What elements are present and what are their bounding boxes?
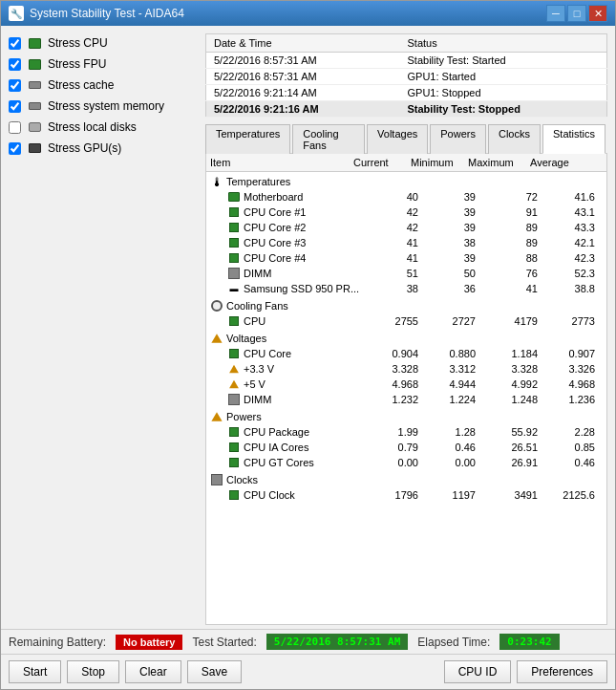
cpu-core-3-cell: CPU Core #3	[210, 236, 369, 249]
row-3v3: +3.3 V 3.328 3.312 3.328 3.326	[206, 361, 606, 377]
stop-button[interactable]: Stop	[67, 660, 119, 683]
stress-cache-checkbox[interactable]	[9, 79, 21, 92]
category-temperatures-label: Temperatures	[226, 176, 290, 187]
memory-icon	[27, 98, 42, 114]
tab-statistics[interactable]: Statistics	[542, 124, 605, 154]
powers-cell: Powers	[210, 410, 369, 423]
cpu-core-1-cell: CPU Core #1	[210, 205, 369, 219]
stress-gpu-checkbox[interactable]	[9, 142, 21, 155]
cpu-package-cell: CPU Package	[210, 425, 369, 439]
header-item: Item	[210, 157, 353, 168]
stress-fpu-checkbox[interactable]	[9, 58, 21, 71]
log-datetime-4: 5/22/2016 9:21:16 AM	[206, 101, 400, 118]
checkbox-stress-fpu: Stress FPU	[9, 54, 194, 74]
main-content: Stress CPU Stress FPU Stress cache Stres…	[1, 26, 615, 629]
preferences-button[interactable]: Preferences	[517, 660, 607, 683]
stress-cpu-label: Stress CPU	[48, 36, 108, 50]
log-row: 5/22/2016 8:57:31 AM Stability Test: Sta…	[206, 53, 607, 69]
row-dimm-voltage: DIMM 1.232 1.224 1.248 1.236	[206, 392, 606, 407]
tab-clocks[interactable]: Clocks	[488, 124, 541, 154]
row-cpu-fan: CPU 2755 2727 4179 2773	[206, 313, 606, 329]
cpu-core-voltage-icon	[227, 347, 241, 360]
category-powers: Powers	[206, 407, 606, 424]
left-panel: Stress CPU Stress FPU Stress cache Stres…	[1, 26, 202, 629]
checkbox-stress-cpu: Stress CPU	[9, 33, 194, 53]
cpu-core-4-cell: CPU Core #4	[210, 251, 369, 265]
maximize-button[interactable]: □	[567, 5, 586, 22]
row-5v: +5 V 4.968 4.944 4.992 4.968	[206, 377, 606, 392]
cpu-core-4-icon	[227, 251, 241, 265]
tab-powers[interactable]: Powers	[430, 124, 486, 154]
stress-disks-checkbox[interactable]	[9, 121, 21, 134]
header-maximum: Maximum	[468, 157, 530, 168]
cpu-fan-icon	[227, 314, 241, 328]
log-status-2: GPU1: Started	[400, 69, 607, 85]
title-bar-left: 🔧 System Stability Test - AIDA64	[9, 6, 184, 21]
bottom-buttons: Start Stop Clear Save CPU ID Preferences	[1, 654, 615, 689]
log-header-status: Status	[400, 34, 607, 53]
log-row: 5/22/2016 9:21:14 AM GPU1: Stopped	[206, 85, 607, 101]
cpu-icon	[27, 35, 42, 51]
status-bar: Remaining Battery: No battery Test Start…	[1, 629, 615, 654]
clear-button[interactable]: Clear	[125, 660, 181, 683]
tab-voltages[interactable]: Voltages	[367, 124, 428, 154]
row-ssd: ▬ Samsung SSD 950 PR... 38 36 41 38.8	[206, 281, 606, 296]
checkbox-stress-gpu: Stress GPU(s)	[9, 139, 194, 158]
title-bar: 🔧 System Stability Test - AIDA64 ─ □ ✕	[1, 1, 615, 26]
log-status-4: Stability Test: Stopped	[400, 101, 607, 118]
stress-disks-label: Stress local disks	[48, 120, 137, 134]
cpu-ia-cores-cell: CPU IA Cores	[210, 441, 369, 454]
log-header-datetime: Date & Time	[206, 34, 400, 53]
save-button[interactable]: Save	[187, 660, 242, 683]
header-current: Current	[353, 157, 411, 168]
row-cpu-clock: CPU Clock 1796 1197 3491 2125.6	[206, 487, 606, 503]
row-cpu-core-2: CPU Core #2 42 39 89 43.3	[206, 220, 606, 235]
log-datetime-2: 5/22/2016 8:57:31 AM	[206, 69, 400, 85]
log-datetime-3: 5/22/2016 9:21:14 AM	[206, 85, 400, 101]
cooling-fans-cell: Cooling Fans	[210, 299, 369, 313]
dimm-icon	[227, 267, 241, 280]
elapsed-label: Elapsed Time:	[417, 636, 490, 649]
stress-cpu-checkbox[interactable]	[9, 37, 21, 50]
voltages-icon	[210, 332, 223, 345]
stress-memory-checkbox[interactable]	[9, 100, 21, 113]
log-table: Date & Time Status 5/22/2016 8:57:31 AM …	[205, 33, 607, 118]
row-motherboard: Motherboard 40 39 72 41.6	[206, 189, 606, 205]
cpu-core-3-icon	[227, 236, 241, 249]
test-started-label: Test Started:	[192, 636, 256, 649]
tabs-area: Temperatures Cooling Fans Voltages Power…	[205, 123, 607, 625]
window-controls: ─ □ ✕	[546, 5, 607, 22]
battery-value: No battery	[116, 635, 182, 650]
cpu-id-button[interactable]: CPU ID	[444, 660, 512, 683]
stats-body[interactable]: 🌡 Temperatures Motherboard 40	[206, 172, 606, 624]
stats-panel: Item Current Minimum Maximum Average 🌡 T…	[205, 154, 607, 625]
test-started-value: 5/22/2016 8:57:31 AM	[266, 634, 408, 650]
cpu-core-2-cell: CPU Core #2	[210, 221, 369, 234]
stress-cache-label: Stress cache	[48, 78, 114, 92]
minimize-button[interactable]: ─	[546, 5, 565, 22]
thermometer-icon: 🌡	[210, 175, 223, 188]
close-button[interactable]: ✕	[588, 5, 607, 22]
category-temperatures: 🌡 Temperatures	[206, 172, 606, 189]
row-cpu-core-voltage: CPU Core 0.904 0.880 1.184 0.907	[206, 346, 606, 361]
tab-temperatures[interactable]: Temperatures	[205, 124, 290, 154]
cpu-ia-cores-icon	[227, 441, 241, 454]
window-title: System Stability Test - AIDA64	[30, 7, 184, 20]
row-cpu-package: CPU Package 1.99 1.28 55.92 2.28	[206, 424, 606, 440]
dimm-cell: DIMM	[210, 267, 369, 280]
cpu-core-voltage-cell: CPU Core	[210, 347, 369, 360]
row-cpu-core-4: CPU Core #4 41 39 88 42.3	[206, 250, 606, 266]
cpu-core-2-icon	[227, 221, 241, 234]
checkbox-stress-disks: Stress local disks	[9, 118, 194, 137]
category-cooling-fans: Cooling Fans	[206, 296, 606, 313]
powers-icon	[210, 410, 223, 423]
ssd-cell: ▬ Samsung SSD 950 PR...	[210, 282, 369, 295]
checkbox-stress-memory: Stress system memory	[9, 97, 194, 116]
stress-gpu-label: Stress GPU(s)	[48, 141, 121, 155]
tab-cooling-fans[interactable]: Cooling Fans	[292, 124, 365, 154]
cooling-fans-icon	[210, 299, 223, 313]
header-average: Average	[530, 157, 587, 168]
start-button[interactable]: Start	[9, 660, 61, 683]
tab-row: Temperatures Cooling Fans Voltages Power…	[205, 123, 607, 154]
dimm-voltage-cell: DIMM	[210, 393, 369, 406]
